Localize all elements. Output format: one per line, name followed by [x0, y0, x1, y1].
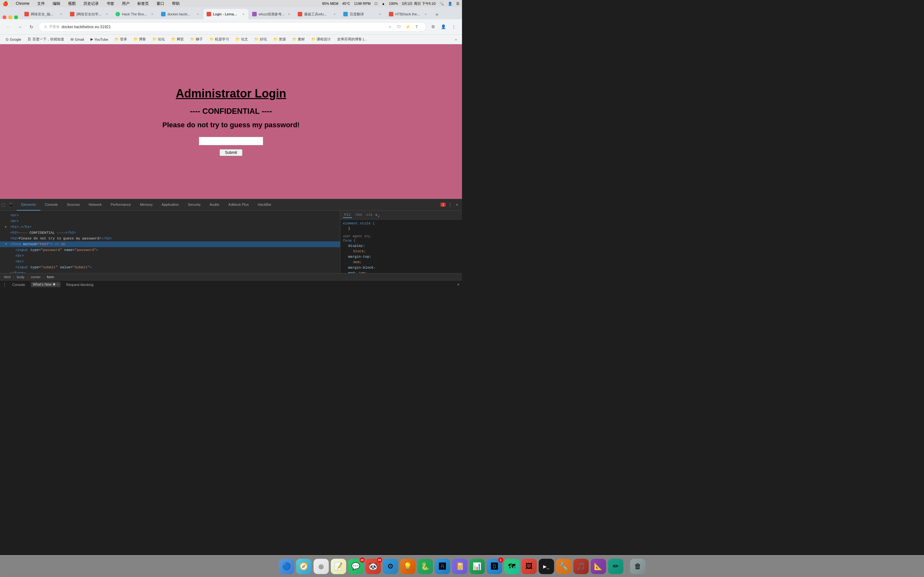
styles-hover-tab[interactable]: :hov	[355, 213, 362, 217]
breadcrumb-body[interactable]: body	[15, 275, 26, 279]
tab-close-5[interactable]: ×	[242, 11, 245, 17]
close-window-btn[interactable]	[3, 15, 6, 19]
password-input[interactable]	[199, 137, 263, 145]
bookmark-login[interactable]: 📁 登录	[112, 36, 129, 43]
code-line-h2-warn: <h2>Please do not try to guess my passwo…	[0, 235, 340, 242]
menubar-file[interactable]: 文件	[36, 1, 46, 6]
minimize-window-btn[interactable]	[8, 15, 12, 19]
devtools-tab-security[interactable]: Security	[183, 199, 205, 211]
menubar-user[interactable]: 用户	[121, 1, 131, 6]
breadcrumb-html[interactable]: html	[3, 275, 12, 279]
address-input[interactable]: ⚠ 不安全 docker.hackthebox.eu:31921 ☆ 🛡 ⚡ T	[39, 22, 426, 32]
bookmark-ladder[interactable]: 📁 梯子	[188, 36, 205, 43]
devtools-more-btn[interactable]: ⋮	[447, 201, 453, 208]
devtools-tab-application[interactable]: Application	[157, 199, 184, 211]
code-line-form[interactable]: ▼<form method="POST"> == $0	[0, 242, 340, 247]
bookmark-paper[interactable]: 📁 论文	[233, 36, 250, 43]
bookmark-baidu[interactable]: 百 百度一下，你就知道	[25, 36, 67, 43]
breadcrumb-center[interactable]: center	[29, 275, 42, 279]
tab-close-6[interactable]: ×	[288, 11, 291, 17]
bottom-tab-console[interactable]: Console	[10, 282, 27, 287]
menubar-window[interactable]: 窗口	[155, 1, 166, 6]
more-icon[interactable]: ⋮	[449, 23, 458, 31]
bookmark-steve[interactable]: 史蒂芬周的博客 |...	[334, 36, 369, 43]
menubar-help[interactable]: 帮助	[171, 1, 181, 6]
devtools-close-btn[interactable]: ×	[455, 201, 459, 208]
devtools-tab-audits[interactable]: Audits	[205, 199, 224, 211]
devtools-body: <br> <br> ▶<h1>…</h1> <h2>---- CONFIDENT…	[0, 211, 462, 273]
tab-close-1[interactable]: ×	[60, 11, 63, 17]
bookmark-label-ladder: 📁 梯子	[190, 37, 203, 42]
tab-close-3[interactable]: ×	[151, 11, 154, 17]
bookmark-gmail[interactable]: M Gmail	[68, 37, 87, 42]
bookmark-fun[interactable]: 📁 好玩	[252, 36, 270, 43]
devtools-tab-console[interactable]: Console	[40, 199, 62, 211]
search-icon[interactable]: 🔍	[439, 2, 444, 6]
profile-icon[interactable]: 👤	[439, 23, 448, 31]
bookmark-forum[interactable]: 📁 论坛	[150, 36, 168, 43]
tab-8[interactable]: 百度翻译 ×	[340, 9, 385, 19]
translate-icon[interactable]: T	[413, 23, 421, 31]
styles-cls-tab[interactable]: .cls	[365, 213, 373, 217]
tab-close-8[interactable]: ×	[379, 11, 382, 17]
adblocker-icon[interactable]: ⚡	[404, 23, 412, 31]
tab-7[interactable]: 爆破工具wfu... ×	[294, 9, 339, 19]
bookmark-google[interactable]: G Google	[3, 37, 24, 42]
tab-2[interactable]: [网络安全自学... ×	[67, 9, 111, 19]
tab-9[interactable]: HTB(hack the... ×	[386, 9, 431, 19]
forward-btn[interactable]: →	[15, 23, 24, 31]
devtools-tab-hackbar[interactable]: HackBar	[253, 199, 276, 211]
devtools-close-bottom-btn[interactable]: ×	[457, 282, 459, 287]
menubar-edit[interactable]: 编辑	[51, 1, 61, 6]
bookmark-security[interactable]: 📁 网安	[169, 36, 186, 43]
devtools-tab-elements[interactable]: Elements	[17, 199, 40, 211]
tab-3[interactable]: Hack The Box... ×	[112, 9, 157, 19]
url-text[interactable]: docker.hackthebox.eu:31921	[61, 25, 384, 29]
maximize-window-btn[interactable]	[14, 15, 18, 19]
devtools-tab-performance[interactable]: Performance	[106, 199, 136, 211]
menubar-history[interactable]: 历史记录	[82, 1, 100, 6]
menubar-bookmarks[interactable]: 书签	[105, 1, 115, 6]
back-btn[interactable]: ←	[4, 23, 13, 31]
reload-btn[interactable]: ↻	[27, 23, 36, 31]
tab-close-7[interactable]: ×	[333, 11, 336, 17]
bookmarks-more-btn[interactable]: »	[453, 37, 459, 42]
tab-1[interactable]: 网络安全_杨... ×	[21, 9, 66, 19]
bottom-tab-whatsnew[interactable]: What's New ✱ ×	[31, 282, 60, 287]
menubar-chrome[interactable]: Chrome	[15, 1, 31, 6]
tab-5-active[interactable]: Login - Lerna... ×	[204, 9, 248, 19]
devtools-tab-memory[interactable]: Memory	[136, 199, 157, 211]
menubar-tabs[interactable]: 标签页	[136, 1, 150, 6]
submit-button[interactable]: Submit	[220, 149, 242, 156]
apple-icon[interactable]: 🍎	[3, 1, 8, 6]
devtools-tab-adblock[interactable]: Adblock Plus	[224, 199, 254, 211]
bookmark-ml[interactable]: 📁 机器学习	[207, 36, 232, 43]
breadcrumb-form[interactable]: form	[45, 275, 55, 279]
devtools-tab-sources[interactable]: Sources	[62, 199, 84, 211]
styles-add-btn[interactable]: +,	[375, 213, 381, 218]
menu-icon[interactable]: ☰	[456, 2, 459, 6]
shield-icon[interactable]: 🛡	[395, 23, 403, 31]
tab-close-4[interactable]: ×	[196, 11, 200, 17]
menubar-view[interactable]: 视图	[67, 1, 77, 6]
bookmark-resources[interactable]: 📁 资源	[271, 36, 288, 43]
bottom-tab-whatsnew-close[interactable]: ×	[57, 283, 59, 286]
tab-6[interactable]: wfuzz猜测参考... ×	[249, 9, 294, 19]
bookmark-course[interactable]: 📁 课程设计	[309, 36, 333, 43]
devtools-device-icon[interactable]: 📱	[7, 201, 15, 208]
bottom-tab-request-blocking[interactable]: Request blocking	[65, 282, 95, 287]
bookmark-youtube[interactable]: ▶ YouTube	[88, 36, 111, 42]
devtools-tab-network[interactable]: Network	[84, 199, 106, 211]
bookmark-star-icon[interactable]: ☆	[386, 23, 394, 31]
bookmark-blog[interactable]: 📁 博客	[131, 36, 149, 43]
devtools-inspect-icon[interactable]: ⬚	[0, 201, 6, 208]
tab-favicon-3	[115, 12, 120, 16]
styles-filter-tab[interactable]: Fil	[343, 212, 352, 218]
tab-close-2[interactable]: ×	[105, 11, 108, 17]
devtools-bottom-more-icon[interactable]: ⋮	[3, 282, 6, 287]
tab-close-9[interactable]: ×	[424, 11, 427, 17]
new-tab-btn[interactable]: +	[433, 10, 441, 19]
bookmark-materials[interactable]: 📁 素材	[290, 36, 307, 43]
extensions-icon[interactable]: ⚙	[429, 23, 438, 31]
tab-4[interactable]: docker.hackt... ×	[158, 9, 203, 19]
